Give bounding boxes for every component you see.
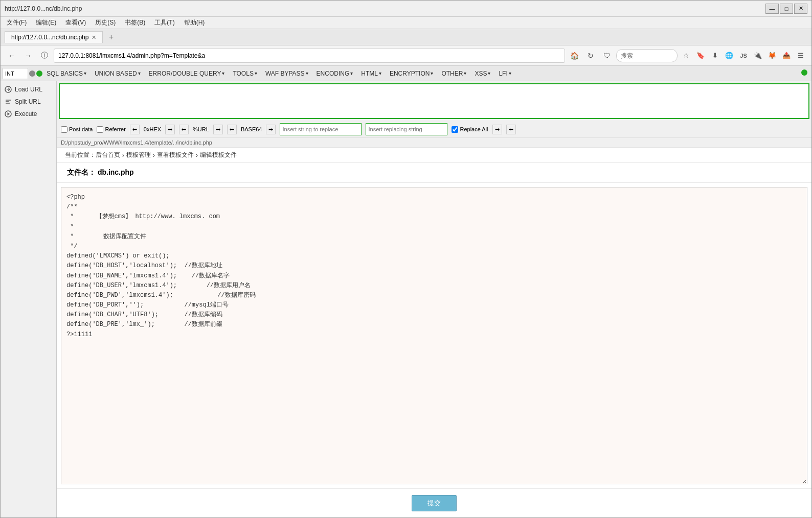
menu-edit[interactable]: 编辑(E) [32, 17, 60, 28]
ext2-icon[interactable]: 🦊 [765, 49, 779, 62]
base64-left-btn[interactable]: ⬅ [227, 125, 237, 134]
base64-right-btn[interactable]: ➡ [266, 125, 276, 134]
window-title: http://127.0.0...nc/db.inc.php [5, 5, 765, 12]
globe-icon[interactable]: 🌐 [723, 49, 736, 62]
breadcrumb-edit[interactable]: 编辑模板文件 [200, 151, 237, 159]
toolbar-icons: ☆ 🔖 ⬇ 🌐 JS 🔌 🦊 📤 ☰ [680, 49, 807, 62]
js-icon[interactable]: JS [737, 49, 750, 62]
editor-container: 文件名： db.inc.php <?php /** * 【梦想cms】 http… [57, 163, 811, 488]
menu-history[interactable]: 历史(S) [91, 17, 120, 28]
path-bar: D:/phpstudy_pro/WWW/lmxcms1.4/template/.… [57, 138, 811, 148]
maximize-button[interactable]: □ [780, 4, 793, 14]
post-data-checkbox-label[interactable]: Post data [61, 126, 93, 133]
code-editor[interactable]: <?php /** * 【梦想cms】 http://www. lmxcms. … [61, 187, 807, 484]
url-right-btn[interactable]: ➡ [213, 125, 223, 134]
menu-bookmarks[interactable]: 书签(B) [121, 17, 149, 28]
execute-label: Execute [15, 110, 37, 117]
tab-label: http://127.0.0...nc/db.inc.php [11, 34, 88, 41]
hex-left-btn[interactable]: ⬅ [130, 125, 140, 134]
breadcrumb-sep1: › [122, 152, 124, 159]
other-menu[interactable]: OTHER ▾ [437, 68, 470, 79]
minimize-button[interactable]: — [765, 4, 779, 14]
union-based-menu[interactable]: UNION BASED ▾ [91, 68, 145, 79]
lfi-menu[interactable]: LFI ▾ [494, 68, 515, 79]
referrer-checkbox-label[interactable]: Referrer [97, 126, 125, 133]
refresh-button[interactable]: ↻ [583, 49, 598, 63]
url-left-btn[interactable]: ⬅ [179, 125, 189, 134]
replace-all-label[interactable]: Replace All [452, 126, 488, 133]
encoding-menu[interactable]: ENCODING ▾ [312, 68, 357, 79]
post-data-label: Post data [69, 126, 93, 132]
replace-all-checkbox[interactable] [452, 126, 458, 133]
tools-menu[interactable]: TOOLS ▾ [229, 68, 261, 79]
share-icon[interactable]: 📤 [780, 49, 793, 62]
home-button[interactable]: 🏠 [567, 49, 581, 63]
breadcrumb-home[interactable]: 当前位置：后台首页 [65, 151, 120, 159]
ext1-icon[interactable]: 🔌 [751, 49, 764, 62]
error-double-query-menu[interactable]: ERROR/DOUBLE QUERY ▾ [145, 68, 229, 79]
url-input[interactable] [54, 49, 565, 63]
content-area: Load URL Split URL Execute [1, 81, 811, 517]
download-icon[interactable]: ⬇ [708, 49, 721, 62]
load-url-item[interactable]: Load URL [1, 83, 56, 96]
green-indicator [36, 70, 42, 77]
insert-replacing-input[interactable] [366, 123, 447, 135]
menu-icon[interactable]: ☰ [794, 49, 807, 62]
split-url-icon [5, 98, 12, 105]
menu-tools[interactable]: 工具(T) [150, 17, 178, 28]
active-tab[interactable]: http://127.0.0...nc/db.inc.php ✕ [5, 31, 103, 43]
titlebar-controls: — □ ✕ [765, 4, 807, 14]
addressbar: ← → ⓘ 🏠 ↻ 🛡 ☆ 🔖 ⬇ 🌐 JS 🔌 🦊 📤 ☰ [1, 45, 811, 66]
sidebar: Load URL Split URL Execute [1, 81, 57, 517]
menu-help[interactable]: 帮助(H) [180, 17, 209, 28]
gray-indicator [29, 70, 35, 77]
base64-left-arrow: ⬅ [230, 126, 234, 133]
referrer-label: Referrer [105, 126, 125, 132]
replace-left-icon: ⬅ [509, 126, 513, 133]
titlebar: http://127.0.0...nc/db.inc.php — □ ✕ [1, 1, 811, 17]
submit-button[interactable]: 提交 [412, 495, 457, 511]
shield-button[interactable]: 🛡 [600, 49, 614, 63]
close-button[interactable]: ✕ [794, 4, 807, 14]
forward-button[interactable]: → [21, 49, 35, 63]
split-url-item[interactable]: Split URL [1, 96, 56, 108]
breadcrumb: 当前位置：后台首页 › 模板管理 › 查看模板文件 › 编辑模板文件 [57, 148, 811, 163]
file-path: D:/phpstudy_pro/WWW/lmxcms1.4/template/.… [61, 139, 212, 146]
split-url-label: Split URL [15, 98, 41, 105]
right-indicators [801, 69, 809, 77]
breadcrumb-view[interactable]: 查看模板文件 [157, 151, 194, 159]
star-icon[interactable]: ☆ [680, 49, 693, 62]
menu-file[interactable]: 文件(F) [3, 17, 31, 28]
post-data-checkbox[interactable] [61, 126, 67, 133]
waf-bypass-menu[interactable]: WAF BYPASS ▾ [261, 68, 312, 79]
insert-string-input[interactable] [280, 123, 362, 135]
xss-menu[interactable]: XSS ▾ [470, 68, 494, 79]
bookmark-icon[interactable]: 🔖 [694, 49, 707, 62]
menubar: 文件(F) 编辑(E) 查看(V) 历史(S) 书签(B) 工具(T) 帮助(H… [1, 17, 811, 29]
hex-right-arrow: ➡ [168, 126, 172, 133]
menu-view[interactable]: 查看(V) [61, 17, 90, 28]
replace-arrow-btn[interactable]: ➡ [492, 125, 502, 134]
referrer-checkbox[interactable] [97, 126, 103, 133]
replace-left-btn[interactable]: ⬅ [506, 125, 516, 134]
url-left-arrow: ⬅ [182, 126, 186, 133]
hex-right-btn[interactable]: ➡ [165, 125, 175, 134]
tab-close-icon[interactable]: ✕ [92, 34, 96, 41]
int-input[interactable] [3, 68, 28, 79]
sql-basics-menu[interactable]: SQL BASICS ▾ [42, 68, 91, 79]
load-url-icon [5, 86, 12, 93]
execute-item[interactable]: Execute [1, 108, 56, 120]
url-textarea[interactable] [62, 86, 806, 114]
breadcrumb-template[interactable]: 模板管理 [126, 151, 151, 159]
back-button[interactable]: ← [5, 49, 19, 63]
url-input-area [59, 83, 809, 119]
sqlmap-toolbar: SQL BASICS ▾ UNION BASED ▾ ERROR/DOUBLE … [1, 66, 811, 81]
new-tab-button[interactable]: + [105, 31, 117, 43]
options-bar: Post data Referrer ⬅ 0xHEX ➡ ⬅ %URL [57, 121, 811, 138]
info-button[interactable]: ⓘ [37, 49, 52, 63]
filename-bar: 文件名： db.inc.php [57, 163, 811, 183]
encryption-menu[interactable]: ENCRYPTION ▾ [386, 68, 437, 79]
base64-right-arrow: ➡ [268, 126, 273, 133]
search-input[interactable] [616, 49, 678, 62]
html-menu[interactable]: HTML ▾ [357, 68, 386, 79]
